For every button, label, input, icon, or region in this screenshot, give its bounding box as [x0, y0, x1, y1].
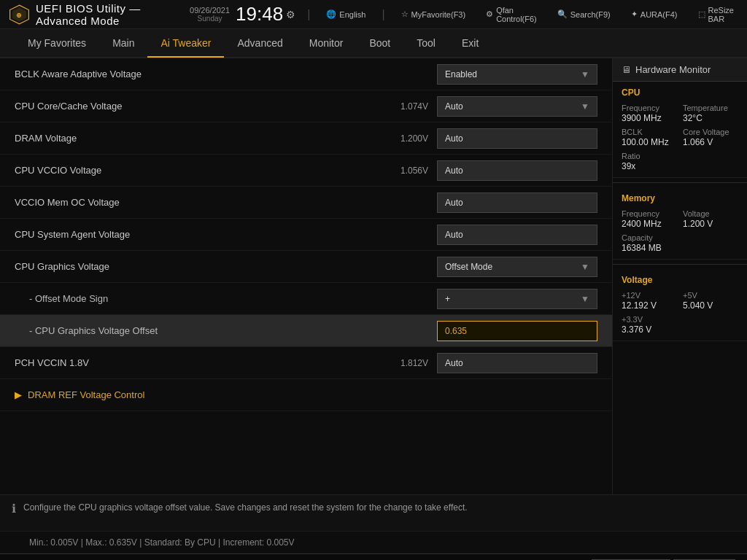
nav-label-tool: Tool — [417, 37, 436, 49]
clock-display: 19:48 — [236, 3, 283, 26]
hw-divider-1 — [613, 182, 747, 183]
control-vccio-mem-oc[interactable]: Auto — [437, 192, 597, 213]
monitor-icon: 🖥 — [622, 64, 631, 75]
hw-mem-cap-value: 16384 MB — [622, 243, 677, 253]
info-icon: ℹ — [12, 502, 16, 516]
nav-item-boot[interactable]: Boot — [356, 28, 403, 58]
expand-arrow-icon: ▶ — [15, 389, 22, 400]
hw-v12-value: 12.192 V — [622, 300, 677, 311]
input-cpu-vccio[interactable]: Auto — [437, 160, 597, 181]
nav-item-advanced[interactable]: Advanced — [224, 28, 295, 58]
day-text: Sunday — [190, 15, 230, 23]
row-bclk-aware[interactable]: BCLK Aware Adaptive Voltage Enabled ▼ — [0, 58, 612, 90]
hw-v33-value: 3.376 V — [622, 324, 677, 335]
qfan-label: Qfan Control(F6) — [496, 6, 537, 23]
row-label-vccio-mem-oc: VCCIO Mem OC Voltage — [15, 197, 388, 208]
row-value-cpu-core-cache: 1.074V — [388, 101, 428, 112]
control-cpu-graphics-offset[interactable]: 0.635 — [437, 321, 597, 341]
nav-label-my-favorites: My Favorites — [28, 37, 86, 49]
sidebar-title-text: Hardware Monitor — [635, 64, 711, 75]
footer-bar: Version 2.21.1278 Copyright (C) 2021 AMI… — [0, 553, 747, 560]
hw-mem-freq-col: Frequency 2400 MHz — [622, 209, 677, 229]
input-cpu-system-agent[interactable]: Auto — [437, 225, 597, 245]
hw-cpu-section: CPU Frequency 3900 MHz Temperature 32°C … — [613, 82, 747, 178]
select-bclk-aware[interactable]: Enabled ▼ — [437, 64, 597, 85]
row-label-cpu-vccio: CPU VCCIO Voltage — [15, 165, 388, 176]
chevron-down-icon4: ▼ — [581, 294, 589, 304]
text-value-cpu-vccio: Auto — [445, 166, 463, 176]
nav-item-ai-tweaker[interactable]: Ai Tweaker — [147, 28, 224, 58]
row-vccio-mem-oc[interactable]: VCCIO Mem OC Voltage Auto — [0, 187, 612, 219]
row-dram-voltage[interactable]: DRAM Voltage 1.200V Auto — [0, 122, 612, 155]
control-pch-vccin[interactable]: Auto — [437, 353, 597, 373]
hw-mem-freq-label: Frequency — [622, 209, 677, 218]
row-offset-mode-sign[interactable]: - Offset Mode Sign + ▼ — [0, 283, 612, 315]
search-button[interactable]: 🔍 Search(F9) — [553, 8, 615, 20]
control-bclk-aware[interactable]: Enabled ▼ — [437, 64, 597, 85]
nav-item-tool[interactable]: Tool — [403, 28, 449, 58]
control-cpu-graphics-voltage[interactable]: Offset Mode ▼ — [437, 257, 597, 277]
bios-title: UEFI BIOS Utility — Advanced Mode — [36, 2, 190, 27]
row-cpu-vccio[interactable]: CPU VCCIO Voltage 1.056V Auto — [0, 155, 612, 187]
hw-cpu-bclk-label: BCLK — [622, 128, 677, 136]
search-label: Search(F9) — [570, 10, 611, 19]
nav-item-monitor[interactable]: Monitor — [296, 28, 357, 58]
input-dram-voltage[interactable]: Auto — [437, 128, 597, 149]
input-pch-vccin[interactable]: Auto — [437, 353, 597, 373]
row-cpu-graphics-offset[interactable]: - CPU Graphics Voltage Offset 0.635 — [0, 315, 612, 347]
hw-cpu-corevolt-col: Core Voltage 1.066 V — [683, 128, 738, 147]
row-cpu-graphics-voltage[interactable]: CPU Graphics Voltage Offset Mode ▼ — [0, 251, 612, 283]
my-favorite-button[interactable]: ☆ MyFavorite(F3) — [397, 8, 471, 20]
hw-v5-value: 5.040 V — [683, 300, 738, 311]
row-value-cpu-vccio: 1.056V — [388, 166, 428, 176]
row-cpu-system-agent[interactable]: CPU System Agent Voltage Auto — [0, 219, 612, 251]
info-message: Configure the CPU graphics voltage offse… — [23, 501, 468, 514]
hw-memory-section: Memory Frequency 2400 MHz Voltage 1.200 … — [613, 187, 747, 260]
row-value-pch-vccin: 1.812V — [388, 358, 428, 368]
hw-voltage-grid: +12V 12.192 V +5V 5.040 V +3.3V 3.376 V — [622, 291, 738, 335]
hw-cpu-temp-value: 32°C — [683, 113, 738, 123]
resize-bar-button[interactable]: ⬚ ReSize BAR — [694, 4, 738, 25]
select-value-offset-mode-sign: + — [445, 294, 450, 304]
control-offset-mode-sign[interactable]: + ▼ — [437, 289, 597, 309]
hw-v5-label: +5V — [683, 291, 738, 300]
language-label: English — [339, 10, 365, 19]
row-label-cpu-graphics-voltage: CPU Graphics Voltage — [15, 261, 388, 272]
select-cpu-graphics-voltage[interactable]: Offset Mode ▼ — [437, 257, 597, 277]
select-offset-mode-sign[interactable]: + ▼ — [437, 289, 597, 309]
row-label-cpu-system-agent: CPU System Agent Voltage — [15, 229, 388, 240]
gear-icon[interactable]: ⚙ — [286, 9, 295, 20]
hw-cpu-bclk-col: BCLK 100.00 MHz — [622, 128, 677, 147]
row-value-dram-voltage: 1.200V — [388, 133, 428, 144]
row-pch-vccin[interactable]: PCH VCCIN 1.8V 1.812V Auto — [0, 347, 612, 379]
input-vccio-mem-oc[interactable]: Auto — [437, 192, 597, 213]
settings-content: BCLK Aware Adaptive Voltage Enabled ▼ CP… — [0, 58, 612, 494]
language-button[interactable]: 🌐 English — [322, 8, 370, 20]
control-cpu-vccio[interactable]: Auto — [437, 160, 597, 181]
select-cpu-core-cache[interactable]: Auto ▼ — [437, 96, 597, 117]
input-cpu-graphics-offset[interactable]: 0.635 — [437, 321, 597, 341]
nav-item-main[interactable]: Main — [99, 28, 147, 58]
hw-v33-col: +3.3V 3.376 V — [622, 315, 677, 335]
row-cpu-core-cache[interactable]: CPU Core/Cache Voltage 1.074V Auto ▼ — [0, 90, 612, 122]
info-details-text: Min.: 0.005V | Max.: 0.635V | Standard: … — [29, 537, 295, 548]
aura-button[interactable]: ✦ AURA(F4) — [627, 8, 682, 20]
date-text: 09/26/2021 — [190, 6, 230, 15]
control-dram-voltage[interactable]: Auto — [437, 128, 597, 149]
separator2: | — [382, 8, 384, 21]
header-bar: ⊕ UEFI BIOS Utility — Advanced Mode 09/2… — [0, 0, 747, 29]
nav-item-exit[interactable]: Exit — [449, 28, 492, 58]
control-cpu-system-agent[interactable]: Auto — [437, 225, 597, 245]
nav-item-my-favorites[interactable]: My Favorites — [15, 28, 99, 58]
row-dram-ref-collapse[interactable]: ▶ DRAM REF Voltage Control — [0, 379, 612, 411]
nav-label-boot: Boot — [369, 37, 390, 49]
qfan-button[interactable]: ⚙ Qfan Control(F6) — [481, 4, 541, 25]
my-favorite-label: MyFavorite(F3) — [411, 10, 466, 19]
row-label-cpu-graphics-offset: - CPU Graphics Voltage Offset — [15, 325, 388, 336]
hw-v33-label: +3.3V — [622, 315, 677, 324]
hw-memory-grid: Frequency 2400 MHz Voltage 1.200 V Capac… — [622, 209, 738, 253]
chevron-down-icon: ▼ — [581, 69, 589, 79]
hw-cpu-bclk-value: 100.00 MHz — [622, 137, 677, 147]
asus-logo-icon: ⊕ — [9, 1, 30, 28]
control-cpu-core-cache[interactable]: Auto ▼ — [437, 96, 597, 117]
